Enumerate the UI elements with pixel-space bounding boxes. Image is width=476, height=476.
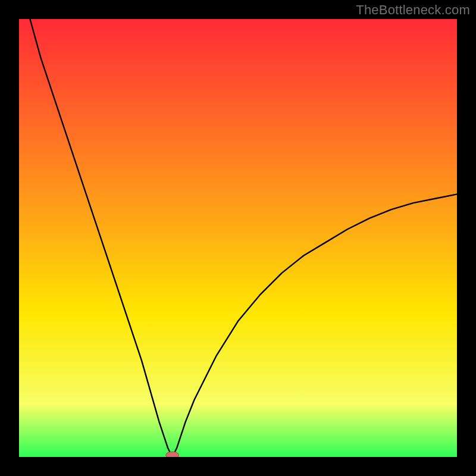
chart-svg [19,19,457,457]
chart-background-gradient [19,19,457,457]
chart-plot-area [19,19,457,457]
optimal-point-marker [166,452,179,457]
chart-frame: TheBottleneck.com [0,0,476,476]
watermark-text: TheBottleneck.com [356,2,470,18]
